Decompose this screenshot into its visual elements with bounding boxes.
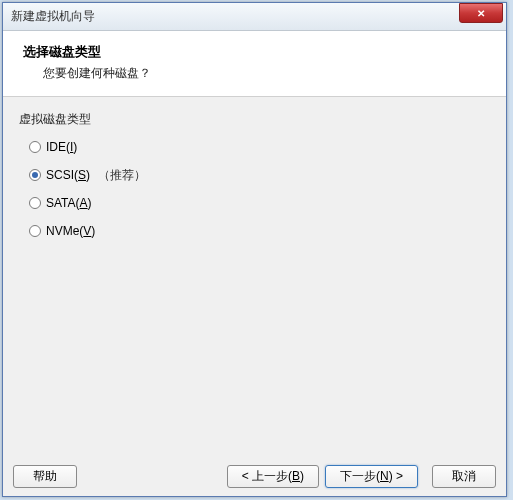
radio-ide-label: IDE(I) (46, 140, 77, 154)
radio-icon (29, 141, 41, 153)
header-title: 选择磁盘类型 (23, 43, 486, 61)
titlebar: 新建虚拟机向导 ✕ (3, 3, 506, 31)
radio-scsi-label: SCSI(S) (46, 168, 90, 182)
content-area: 虚拟磁盘类型 IDE(I) SCSI(S) （推荐） SATA(A) NVMe(… (3, 97, 506, 457)
back-button[interactable]: < 上一步(B) (227, 465, 319, 488)
group-label: 虚拟磁盘类型 (19, 111, 490, 128)
radio-icon (29, 197, 41, 209)
radio-nvme-label: NVMe(V) (46, 224, 95, 238)
radio-nvme[interactable]: NVMe(V) (29, 222, 490, 240)
close-button[interactable]: ✕ (459, 3, 503, 23)
header-subtitle: 您要创建何种磁盘？ (43, 65, 486, 82)
close-icon: ✕ (477, 8, 485, 19)
radio-icon-selected (29, 169, 41, 181)
radio-ide[interactable]: IDE(I) (29, 138, 490, 156)
footer: 帮助 < 上一步(B) 下一步(N) > 取消 (3, 456, 506, 496)
next-button[interactable]: 下一步(N) > (325, 465, 418, 488)
radio-sata[interactable]: SATA(A) (29, 194, 490, 212)
help-button[interactable]: 帮助 (13, 465, 77, 488)
radio-sata-label: SATA(A) (46, 196, 92, 210)
radio-scsi[interactable]: SCSI(S) （推荐） (29, 166, 490, 184)
header-section: 选择磁盘类型 您要创建何种磁盘？ (3, 31, 506, 97)
disk-type-radio-group: IDE(I) SCSI(S) （推荐） SATA(A) NVMe(V) (19, 138, 490, 240)
radio-icon (29, 225, 41, 237)
recommended-label: （推荐） (98, 167, 146, 184)
cancel-button[interactable]: 取消 (432, 465, 496, 488)
window-title: 新建虚拟机向导 (11, 8, 502, 25)
wizard-window: 新建虚拟机向导 ✕ 选择磁盘类型 您要创建何种磁盘？ 虚拟磁盘类型 IDE(I)… (2, 2, 507, 497)
